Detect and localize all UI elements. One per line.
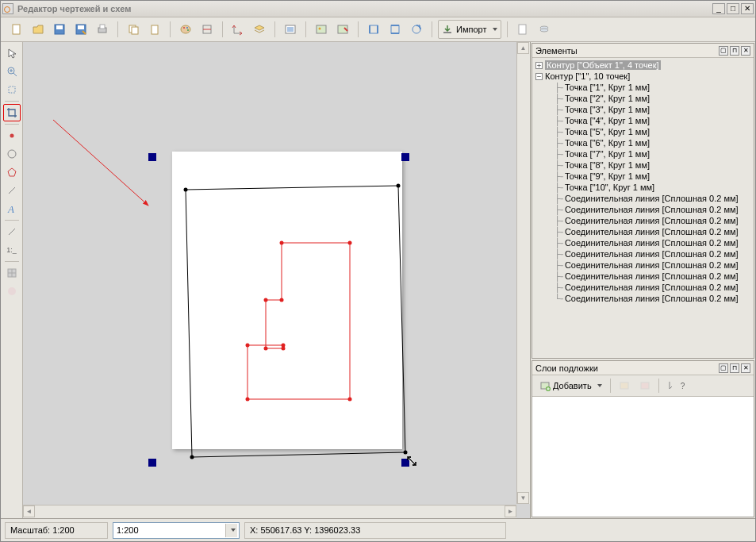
tree-item-child[interactable]: ├··Точка ["9", Круг 1 мм] bbox=[532, 171, 754, 182]
selection-handle-ne[interactable] bbox=[401, 153, 409, 161]
panel-dock-button[interactable]: ▢ bbox=[719, 363, 728, 373]
image-edit-button[interactable] bbox=[333, 20, 352, 39]
crop-tool[interactable] bbox=[3, 104, 21, 121]
tree-item-child[interactable]: ├··Точка ["5", Круг 1 мм] bbox=[532, 126, 754, 137]
svg-rect-0 bbox=[13, 25, 20, 34]
tree-item-child[interactable]: ├··Точка ["6", Круг 1 мм] bbox=[532, 137, 754, 148]
elements-tree[interactable]: + Контур ["Объект 1", 4 точек] − Контур … bbox=[532, 58, 754, 358]
panel-pin-button[interactable]: ⊓ bbox=[730, 46, 739, 56]
layer-button-2[interactable] bbox=[635, 377, 654, 394]
panel-dock-button[interactable]: ▢ bbox=[719, 46, 728, 56]
layer-button-1[interactable] bbox=[615, 377, 634, 394]
line-tool[interactable] bbox=[3, 182, 21, 199]
tree-item-contour-2[interactable]: − Контур ["1", 10 точек] bbox=[532, 71, 754, 82]
maximize-button[interactable]: □ bbox=[727, 3, 739, 14]
image-button[interactable] bbox=[312, 20, 331, 39]
svg-point-46 bbox=[264, 347, 268, 351]
list-button[interactable] bbox=[281, 20, 300, 39]
tree-item-child[interactable]: ├··Соединительная линия [Сплошная 0.2 мм… bbox=[532, 248, 754, 259]
layers-panel-header: Слои подложки ▢ ⊓ ✕ bbox=[532, 361, 754, 375]
dimension-tool[interactable]: 1:_ bbox=[3, 241, 21, 259]
svg-rect-27 bbox=[9, 86, 15, 93]
tree-item-child[interactable]: ├··Соединительная линия [Сплошная 0.2 мм… bbox=[532, 215, 754, 226]
tree-item-child[interactable]: ├··Точка ["10", Круг 1 мм] bbox=[532, 182, 754, 193]
tree-item-child[interactable]: ├··Точка ["4", Круг 1 мм] bbox=[532, 115, 754, 126]
tools-toolbar: A 1:_ bbox=[1, 42, 23, 518]
rotate-button[interactable] bbox=[407, 20, 426, 39]
tree-item-child[interactable]: ├··Точка ["1", Круг 1 мм] bbox=[532, 82, 754, 93]
tree-item-child[interactable]: ├··Соединительная линия [Сплошная 0.2 мм… bbox=[532, 204, 754, 215]
svg-point-17 bbox=[319, 28, 321, 30]
text-tool[interactable]: A bbox=[3, 200, 21, 217]
elements-panel-header: Элементы ▢ ⊓ ✕ bbox=[532, 44, 754, 58]
tree-item-child[interactable]: ├··Соединительная линия [Сплошная 0.2 мм… bbox=[532, 271, 754, 282]
close-button[interactable]: ✕ bbox=[741, 3, 754, 14]
point-tool[interactable] bbox=[3, 127, 21, 144]
import-dropdown[interactable]: Импорт bbox=[438, 20, 501, 39]
collapse-icon[interactable]: − bbox=[535, 73, 543, 80]
content-area: A 1:_ bbox=[1, 42, 755, 518]
tree-item-child[interactable]: ├··Соединительная линия [Сплошная 0.2 мм… bbox=[532, 226, 754, 237]
save-as-button[interactable] bbox=[71, 20, 90, 39]
layers-button[interactable] bbox=[250, 20, 269, 39]
annotation-arrow bbox=[45, 112, 156, 215]
print-button[interactable] bbox=[93, 20, 112, 39]
svg-rect-9 bbox=[152, 25, 158, 34]
open-button[interactable] bbox=[29, 20, 48, 39]
elements-panel: Элементы ▢ ⊓ ✕ + Контур ["Объект 1", 4 т… bbox=[532, 43, 754, 359]
svg-point-45 bbox=[282, 347, 286, 351]
tree-item-child[interactable]: ├··Соединительная линия [Сплошная 0.2 мм… bbox=[532, 237, 754, 248]
canvas-area[interactable]: ▲ ▼ ◄ ► bbox=[23, 42, 530, 518]
add-layer-button[interactable]: Добавить bbox=[535, 377, 606, 394]
tree-item-child[interactable]: ├··Соединительная линия [Сплошная 0.2 мм… bbox=[532, 259, 754, 271]
window-controls: _ □ ✕ bbox=[712, 3, 754, 14]
tree-item-child[interactable]: ├··Точка ["2", Круг 1 мм] bbox=[532, 93, 754, 104]
tree-item-child[interactable]: └··Соединительная линия [Сплошная 0.2 мм… bbox=[532, 293, 754, 304]
tree-item-contour-1[interactable]: + Контур ["Объект 1", 4 точек] bbox=[532, 60, 754, 71]
palette-button[interactable] bbox=[176, 20, 195, 39]
canvas[interactable] bbox=[29, 48, 516, 504]
panel-close-button[interactable]: ✕ bbox=[741, 363, 750, 373]
expand-icon[interactable]: + bbox=[535, 62, 543, 69]
panel-close-button[interactable]: ✕ bbox=[741, 46, 750, 56]
border-button-2[interactable] bbox=[386, 20, 405, 39]
axes-button[interactable] bbox=[228, 20, 248, 39]
svg-point-41 bbox=[348, 398, 352, 402]
tree-item-child[interactable]: ├··Соединительная линия [Сплошная 0.2 мм… bbox=[532, 193, 754, 204]
scale-combobox[interactable]: 1:200 bbox=[113, 522, 240, 539]
style-button[interactable] bbox=[198, 20, 217, 39]
tree-item-child[interactable]: ├··Точка ["3", Круг 1 мм] bbox=[532, 104, 754, 115]
export-doc-button[interactable] bbox=[513, 20, 532, 39]
border-button-1[interactable] bbox=[364, 20, 383, 39]
right-panels: Элементы ▢ ⊓ ✕ + Контур ["Объект 1", 4 т… bbox=[530, 42, 755, 518]
titlebar: Редактор чертежей и схем _ □ ✕ bbox=[1, 1, 755, 17]
horizontal-scrollbar[interactable]: ◄ ► bbox=[23, 505, 516, 518]
panel-pin-button[interactable]: ⊓ bbox=[730, 363, 739, 373]
vertical-scrollbar[interactable]: ▲ ▼ bbox=[516, 42, 530, 504]
tree-item-child[interactable]: ├··Точка ["8", Круг 1 мм] bbox=[532, 160, 754, 171]
layer-help-button[interactable]: ? bbox=[663, 377, 689, 394]
zoom-tool[interactable] bbox=[3, 63, 21, 80]
circle-tool[interactable] bbox=[3, 145, 21, 163]
svg-point-11 bbox=[183, 27, 185, 29]
selection-handle-sw[interactable] bbox=[148, 459, 156, 467]
tree-item-child[interactable]: ├··Точка ["7", Круг 1 мм] bbox=[532, 148, 754, 160]
grid-tool[interactable] bbox=[3, 264, 21, 282]
svg-point-28 bbox=[10, 134, 13, 138]
pointer-tool[interactable] bbox=[3, 44, 21, 62]
disabled-tool bbox=[3, 283, 21, 300]
pan-tool[interactable] bbox=[3, 81, 21, 98]
copy-button[interactable] bbox=[124, 20, 143, 39]
svg-rect-22 bbox=[443, 32, 451, 33]
export-layers-button[interactable] bbox=[535, 20, 554, 39]
app-title: Редактор чертежей и схем bbox=[17, 4, 712, 13]
minimize-button[interactable]: _ bbox=[712, 3, 725, 14]
layers-list[interactable] bbox=[532, 397, 754, 517]
polygon-tool[interactable] bbox=[3, 163, 21, 181]
measure-tool[interactable] bbox=[3, 223, 21, 240]
new-button[interactable] bbox=[7, 20, 26, 39]
paste-button[interactable] bbox=[145, 20, 164, 39]
tree-item-child[interactable]: ├··Соединительная линия [Сплошная 0.2 мм… bbox=[532, 282, 754, 293]
save-button[interactable] bbox=[50, 20, 69, 39]
elements-panel-title: Элементы bbox=[535, 46, 719, 56]
